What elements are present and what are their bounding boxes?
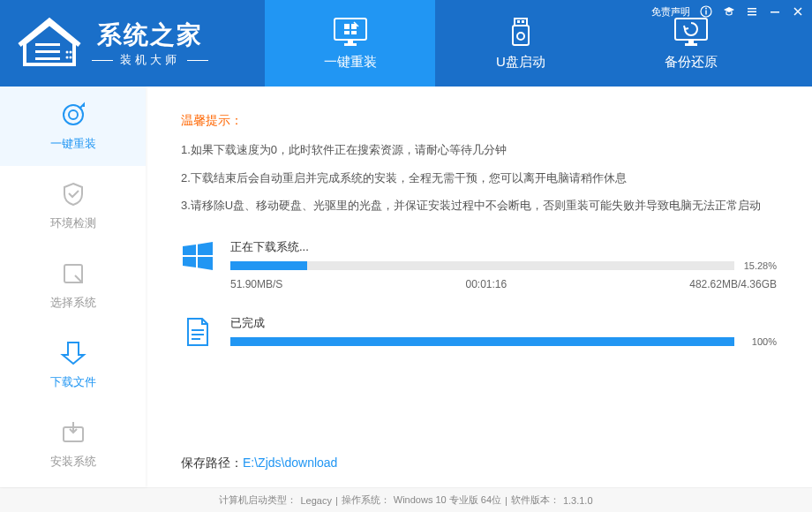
- save-path: 保存路径：E:\Zjds\download: [181, 456, 337, 471]
- download-icon: [59, 339, 87, 367]
- tips-title: 温馨提示：: [181, 113, 777, 129]
- tab-label: 备份还原: [665, 54, 718, 71]
- tip-line: 3.请移除U盘、移动硬盘、光驱里的光盘，并保证安装过程中不会断电，否则重装可能失…: [181, 197, 777, 215]
- tab-label: 一键重装: [324, 54, 377, 71]
- download-progress-bar: [230, 261, 734, 270]
- sidebar-item-install[interactable]: 安装系统: [0, 404, 146, 484]
- install-icon: [59, 418, 87, 447]
- settings-icon[interactable]: [745, 4, 759, 19]
- svg-rect-2: [35, 57, 60, 60]
- shield-icon: [59, 180, 87, 208]
- house-logo-icon: [18, 17, 81, 70]
- header: 系统之家 装机大师 一键重装 U盘启动 备份还原 免责声明: [0, 0, 812, 87]
- svg-rect-14: [515, 19, 527, 26]
- download-system-row: 正在下载系统... 15.28% 51.90MB/S 00:01:16 482.…: [181, 239, 777, 290]
- boot-type-label: 计算机启动类型：: [219, 493, 297, 507]
- svg-rect-35: [192, 338, 200, 340]
- tip-line: 1.如果下载速度为0，此时软件正在搜索资源，请耐心等待几分钟: [181, 141, 777, 159]
- download-complete-row: 已完成 100%: [181, 315, 777, 349]
- logo-area: 系统之家 装机大师: [0, 0, 265, 87]
- svg-rect-13: [351, 31, 357, 34]
- sidebar-label: 下载文件: [50, 374, 96, 390]
- os-label: 操作系统：: [342, 493, 390, 507]
- svg-rect-10: [344, 24, 350, 29]
- complete-label: 已完成: [230, 315, 777, 331]
- info-icon[interactable]: [699, 4, 713, 19]
- monitor-reinstall-icon: [332, 17, 369, 49]
- svg-point-3: [66, 51, 69, 54]
- backup-icon: [673, 17, 710, 49]
- svg-rect-19: [675, 19, 707, 40]
- svg-point-4: [70, 51, 72, 54]
- tab-reinstall[interactable]: 一键重装: [265, 0, 435, 87]
- download-size: 482.62MB/4.36GB: [689, 278, 777, 290]
- svg-rect-7: [335, 19, 366, 40]
- select-icon: [59, 260, 87, 288]
- complete-progress-bar: [230, 337, 734, 346]
- disclaimer-link[interactable]: 免责声明: [651, 5, 690, 19]
- sidebar-label: 安装系统: [50, 454, 96, 470]
- document-icon: [181, 315, 214, 349]
- os-value: Windows 10 专业版 64位: [394, 493, 501, 507]
- download-time: 00:01:16: [465, 278, 507, 290]
- svg-rect-16: [517, 20, 520, 23]
- svg-point-5: [66, 56, 69, 59]
- target-icon: [59, 101, 87, 129]
- svg-rect-25: [748, 8, 756, 10]
- svg-point-30: [69, 110, 78, 119]
- sidebar-label: 环境检测: [50, 215, 96, 231]
- sidebar-label: 一键重装: [50, 136, 96, 152]
- svg-rect-15: [513, 26, 529, 45]
- footer: 计算机启动类型： Legacy | 操作系统： Windows 10 专业版 6…: [0, 487, 812, 512]
- svg-rect-28: [771, 11, 779, 13]
- svg-rect-26: [748, 11, 756, 13]
- sidebar: 一键重装 环境检测 选择系统 下载文件 安装系统: [0, 87, 146, 487]
- svg-rect-34: [192, 334, 204, 335]
- window-controls: 免责声明: [651, 4, 805, 19]
- save-path-value[interactable]: E:\Zjds\download: [243, 456, 337, 470]
- tip-line: 2.下载结束后会自动重启并完成系统的安装，全程无需干预，您可以离开电脑请稍作休息: [181, 169, 777, 187]
- save-path-label: 保存路径：: [181, 456, 243, 470]
- download-label: 正在下载系统...: [230, 239, 777, 255]
- download-speed: 51.90MB/S: [230, 278, 282, 290]
- minimize-icon[interactable]: [768, 4, 782, 19]
- sidebar-item-select-system[interactable]: 选择系统: [0, 245, 146, 325]
- body: 一键重装 环境检测 选择系统 下载文件 安装系统 温馨提示： 1.如果下载速度为…: [0, 87, 812, 487]
- sidebar-item-reinstall[interactable]: 一键重装: [0, 87, 146, 166]
- svg-rect-21: [688, 40, 694, 44]
- svg-point-6: [70, 56, 72, 59]
- complete-percent: 100%: [741, 336, 777, 347]
- version-value: 1.3.1.0: [563, 495, 593, 506]
- sidebar-item-env-check[interactable]: 环境检测: [0, 166, 146, 245]
- usb-icon: [502, 17, 539, 49]
- tab-label: U盘启动: [496, 54, 545, 71]
- sidebar-label: 选择系统: [50, 295, 96, 311]
- svg-rect-27: [748, 14, 756, 16]
- close-icon[interactable]: [791, 4, 805, 19]
- svg-rect-0: [35, 43, 60, 46]
- svg-rect-12: [344, 31, 350, 34]
- download-percent: 15.28%: [741, 260, 777, 271]
- svg-rect-33: [192, 329, 204, 331]
- main-content: 温馨提示： 1.如果下载速度为0，此时软件正在搜索资源，请耐心等待几分钟 2.下…: [146, 87, 812, 487]
- windows-icon: [181, 239, 214, 273]
- brand-title: 系统之家: [97, 19, 203, 52]
- svg-rect-23: [705, 11, 706, 15]
- svg-rect-1: [35, 50, 60, 53]
- progress-section: 正在下载系统... 15.28% 51.90MB/S 00:01:16 482.…: [181, 239, 777, 349]
- svg-rect-9: [348, 40, 353, 44]
- tab-usb-boot[interactable]: U盘启动: [435, 0, 605, 87]
- svg-point-24: [705, 8, 707, 10]
- graduation-icon[interactable]: [722, 4, 736, 19]
- sidebar-item-download[interactable]: 下载文件: [0, 325, 146, 404]
- version-label: 软件版本：: [511, 493, 560, 507]
- brand-subtitle: 装机大师: [92, 52, 208, 68]
- svg-rect-17: [522, 20, 524, 23]
- svg-point-18: [517, 33, 524, 40]
- boot-type-value: Legacy: [300, 495, 331, 506]
